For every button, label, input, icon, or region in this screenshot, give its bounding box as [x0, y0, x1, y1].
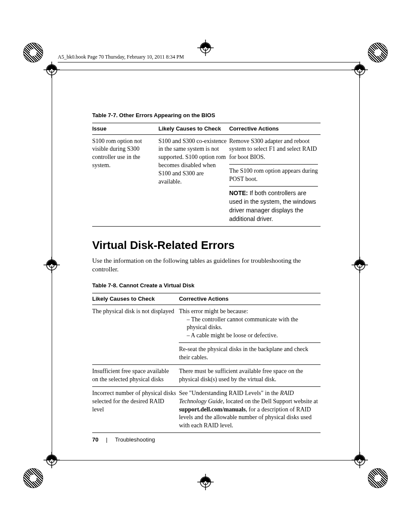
table-7-8: Likely Causes to Check Corrective Action… [92, 293, 321, 433]
table-row: Incorrect number of physical disks selec… [92, 386, 321, 432]
cell-action: Remove S300 adapter and reboot system to… [229, 134, 321, 226]
cell-cause: The physical disk is not displayed [92, 305, 179, 364]
cell-action: There must be sufficient available free … [179, 364, 321, 386]
register-disc-br [368, 468, 388, 488]
table-7-8-caption: Table 7-8. Cannot Create a Virtual Disk [92, 282, 321, 289]
cell-action: See "Understanding RAID Levels" in the R… [179, 386, 321, 432]
crop-rule-top [52, 70, 359, 70]
action-para-2: The S100 rom option appears during POST … [229, 165, 318, 187]
footer-section: Troubleshooting [115, 436, 155, 443]
register-disc-tl [23, 43, 43, 62]
register-mark-icon [352, 257, 368, 273]
table-7-7: Issue Likely Causes to Check Corrective … [92, 123, 321, 227]
col-header-cause: Likely Causes to Check [159, 123, 229, 135]
crop-rule-bottom [52, 460, 359, 460]
table-row: Insufficient free space available on the… [92, 364, 321, 386]
register-mark-icon [197, 474, 214, 490]
action-url: support.dell.com/manuals [179, 406, 246, 413]
register-mark-icon [44, 257, 60, 273]
page-footer: 70 | Troubleshooting [92, 436, 155, 443]
running-head: A5_bk0.book Page 70 Thursday, February 1… [58, 54, 359, 62]
cell-action: This error might be because: – The contr… [179, 305, 321, 343]
register-mark-icon [352, 62, 368, 78]
note-label: NOTE: [229, 190, 248, 196]
table-7-7-caption: Table 7-7. Other Errors Appearing on the… [92, 112, 321, 118]
register-mark-icon [352, 452, 368, 468]
cell-issue: S100 rom option not visible during S300 … [92, 134, 159, 226]
register-mark-icon [44, 62, 60, 78]
table-row: The physical disk is not displayed This … [92, 305, 321, 343]
action-bullet: – A cable might be loose or defective. [179, 332, 318, 340]
col-header-action: Corrective Actions [179, 293, 321, 305]
cell-cause: Incorrect number of physical disks selec… [92, 386, 179, 432]
page-content: Table 7-7. Other Errors Appearing on the… [92, 112, 321, 433]
col-header-cause: Likely Causes to Check [92, 293, 179, 305]
cell-action-after: Re-seat the physical disks in the backpl… [179, 343, 321, 365]
col-header-action: Corrective Actions [229, 123, 321, 135]
action-note: NOTE: If both controllers are used in th… [229, 187, 318, 224]
action-pre: See "Understanding RAID Levels" in the [179, 390, 280, 396]
action-para-1: Remove S300 adapter and reboot system to… [229, 137, 318, 165]
action-intro: This error might be because: [179, 308, 318, 316]
cell-cause: Insufficient free space available on the… [92, 364, 179, 386]
register-disc-tr [368, 43, 388, 62]
section-intro: Use the information on the following tab… [92, 256, 321, 274]
table-row: S100 rom option not visible during S300 … [92, 134, 321, 226]
footer-separator-icon: | [106, 436, 107, 443]
action-mid: , located on the Dell Support website at [223, 398, 318, 404]
register-mark-icon [44, 452, 60, 468]
action-bullet: – The controller cannot communicate with… [179, 316, 318, 332]
section-heading: Virtual Disk-Related Errors [92, 239, 321, 252]
page-number: 70 [92, 436, 98, 443]
register-disc-bl [23, 468, 43, 488]
cell-cause: S100 and S300 co-existence in the same s… [159, 134, 229, 226]
col-header-issue: Issue [92, 123, 159, 135]
